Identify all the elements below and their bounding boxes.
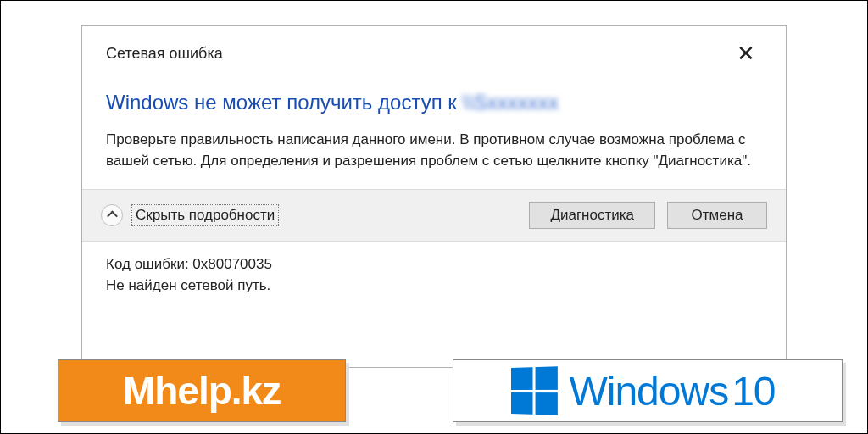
diagnose-button[interactable]: Диагностика <box>529 202 655 229</box>
error-code: Код ошибки: 0x80070035 <box>106 253 762 275</box>
mhelp-badge: Mhelp.kz <box>58 359 346 422</box>
cancel-button[interactable]: Отмена <box>667 202 767 229</box>
windows-version: 10 <box>732 369 775 414</box>
dialog-button-row: Скрыть подробности Диагностика Отмена <box>82 189 786 242</box>
error-headline: Windows не может получить доступ к \\Sxx… <box>106 91 762 115</box>
windows10-label: Windows10 <box>569 368 775 415</box>
headline-text: Windows не может получить доступ к <box>106 91 462 114</box>
network-path-blurred: \\Sxxxxxxx <box>462 91 558 114</box>
windows-word: Windows <box>569 369 728 414</box>
details-toggle[interactable]: Скрыть подробности <box>101 204 517 226</box>
error-details: Код ошибки: 0x80070035 Не найден сетевой… <box>82 242 786 309</box>
dialog-header: Сетевая ошибка ✕ <box>82 26 786 74</box>
details-toggle-label: Скрыть подробности <box>131 204 279 226</box>
dialog-body: Windows не может получить доступ к \\Sxx… <box>82 74 786 189</box>
close-icon[interactable]: ✕ <box>730 41 762 66</box>
chevron-up-icon <box>101 204 123 226</box>
mhelp-label: Mhelp.kz <box>123 368 281 414</box>
dialog-title: Сетевая ошибка <box>106 45 223 63</box>
windows-logo-icon <box>511 366 558 415</box>
windows10-badge: Windows10 <box>453 359 843 422</box>
error-description: Проверьте правильность написания данного… <box>106 129 762 172</box>
error-message: Не найден сетевой путь. <box>106 275 762 297</box>
network-error-dialog: Сетевая ошибка ✕ Windows не может получи… <box>81 25 787 368</box>
